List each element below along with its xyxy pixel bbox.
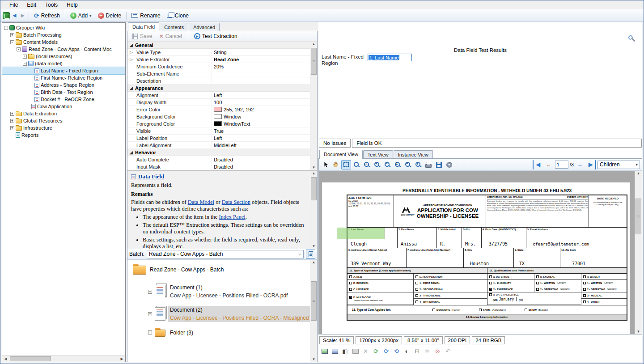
help-panel-scrollbar[interactable]: ▲ ▼ — [310, 171, 317, 249]
scroll-down-icon[interactable]: ▼ — [310, 165, 317, 169]
scroll-up-icon[interactable]: ▲ — [635, 171, 642, 175]
property-row-foreground-color[interactable]: Foreground ColorWindowText — [127, 120, 310, 127]
property-row-description[interactable]: Description — [127, 77, 310, 85]
invert-colors-icon[interactable]: ◐ — [402, 347, 411, 356]
tree-item-reports[interactable]: Reports — [2, 131, 125, 139]
batch-folder-3[interactable]: + Folder (3) — [127, 328, 310, 337]
property-row-minimum-confidence[interactable]: Minimum Confidence20% — [127, 63, 310, 70]
tab-data-field[interactable]: Data Field — [128, 22, 159, 31]
scroll-up-icon[interactable]: ▲ — [310, 171, 317, 175]
scrollbar-thumb[interactable]: ≡ — [311, 48, 317, 75]
delete-button[interactable]: −Delete — [95, 11, 124, 20]
refresh-button[interactable]: ⟳Refresh — [31, 11, 63, 20]
pan-hand-tool-icon[interactable] — [331, 160, 341, 169]
page-preview-tool-icon[interactable]: ▢ — [362, 160, 372, 169]
test-extraction-button[interactable]: ▶Test Extraction — [191, 32, 240, 41]
menu-edit[interactable]: Edit — [22, 1, 41, 9]
row-expander-icon[interactable]: ▷ — [130, 50, 133, 55]
category-behavior[interactable]: ◢Behavior — [127, 149, 310, 156]
rename-button[interactable]: Rename — [129, 11, 163, 20]
wrench-icon[interactable] — [628, 35, 636, 42]
tab-advanced[interactable]: Advanced — [189, 23, 220, 31]
zoom-region-tool-icon[interactable] — [352, 160, 361, 169]
tab-document-view[interactable]: Document View — [319, 150, 363, 159]
nav-forward-button[interactable]: ▶ — [19, 12, 26, 19]
batch-viewer-button[interactable] — [306, 250, 315, 259]
menu-help[interactable]: Help — [62, 1, 82, 9]
scope-selector-combo[interactable]: Children ▾ — [597, 161, 640, 169]
expander-icon[interactable]: - — [4, 26, 8, 30]
tab-contents[interactable]: Contents — [160, 23, 188, 31]
tree-item-docket-field[interactable]: Docket # - ReOCR Zone — [2, 96, 125, 103]
property-row-sub-element-name[interactable]: Sub-Element Name — [127, 70, 310, 77]
crop-image-icon[interactable]: ⊡ — [413, 347, 421, 356]
tree-item-content-models[interactable]: -Content Models — [2, 38, 125, 46]
image-cleanup-icon[interactable] — [320, 347, 329, 356]
tab-instance-view[interactable]: Instance View — [394, 150, 433, 159]
help-title-link[interactable]: Data Field — [138, 173, 164, 180]
tree-item-cow-application[interactable]: Cow Application — [2, 103, 125, 110]
expander-icon[interactable]: + — [10, 112, 14, 116]
grayscale-image-icon[interactable] — [351, 347, 360, 356]
line-removal-icon[interactable]: ≣ — [423, 347, 432, 356]
tree-item-infrastructure[interactable]: +Infrastructure — [2, 124, 125, 131]
property-row-display-width[interactable]: Display Width100 — [127, 99, 310, 106]
cancel-button[interactable]: ✕Cancel — [157, 32, 185, 41]
scrollbar-thumb[interactable]: ≡ — [636, 199, 641, 234]
zoom-fit-width-icon[interactable]: ↔ — [403, 160, 413, 169]
zoom-fit-page-icon[interactable]: ↕ — [413, 160, 423, 169]
row-expander-icon[interactable]: ▷ — [130, 57, 133, 62]
tree-item-batch-processing[interactable]: +Batch Processing — [2, 31, 125, 38]
image-processing-icon[interactable] — [330, 347, 339, 356]
batch-combo[interactable]: Read Zone - Cow Apps - Batch ▽ — [147, 250, 304, 258]
tree-horizontal-scrollbar[interactable]: ◀ ▶ — [2, 355, 125, 362]
batch-root-item[interactable]: Read Zone - Cow Apps - Batch — [127, 260, 310, 277]
tree-item-last-name-field[interactable]: Last Name - Fixed Region — [2, 67, 125, 74]
filter-icon[interactable]: ▽ — [298, 252, 301, 256]
recycle-page-icon[interactable]: ⟳ — [372, 347, 380, 356]
expander-icon[interactable]: + — [10, 126, 14, 130]
menu-tools[interactable]: Tools — [41, 1, 62, 9]
property-grid-scrollbar[interactable]: ▲ ≡ ▼ — [310, 42, 317, 170]
data-section-link[interactable]: Data Section — [222, 199, 250, 205]
previous-page-icon[interactable]: ← — [544, 160, 554, 169]
scroll-right-icon[interactable]: ▶ — [119, 357, 125, 361]
delete-page-icon[interactable]: ✕ — [361, 347, 370, 356]
document-canvas[interactable]: PERSONALLY IDENTIFIABLE INFORMATION - WI… — [319, 171, 642, 334]
scrollbar-thumb[interactable] — [311, 177, 317, 200]
expander-icon[interactable]: + — [148, 330, 152, 334]
viewer-settings-gear-icon[interactable] — [444, 160, 454, 169]
scroll-down-icon[interactable]: ▼ — [310, 357, 317, 361]
property-row-alignment[interactable]: AlignmentLeft — [127, 92, 310, 99]
reprocess-page-icon[interactable]: ⟳ — [382, 347, 390, 356]
property-row-auto-complete[interactable]: Auto CompleteDisabled — [127, 156, 310, 163]
expander-icon[interactable]: + — [148, 290, 152, 294]
property-row-value-type[interactable]: ▷Value TypeString — [127, 49, 310, 56]
binarize-icon[interactable]: ◧ — [341, 347, 349, 356]
scrollbar-thumb[interactable] — [10, 356, 51, 361]
property-row-error-color[interactable]: Error Color255, 192, 192 — [127, 106, 310, 113]
scroll-up-icon[interactable]: ▲ — [310, 42, 317, 46]
menu-file[interactable]: File — [5, 1, 22, 9]
export-image-icon[interactable] — [434, 160, 444, 169]
batch-tree-scrollbar[interactable]: ▲ ≡ ▼ — [310, 260, 317, 362]
pointer-tool-icon[interactable] — [321, 160, 330, 169]
redact-icon[interactable]: ⊘ — [433, 347, 442, 356]
expander-icon[interactable]: + — [10, 33, 14, 37]
zoom-in-icon[interactable]: + — [372, 160, 382, 169]
zoom-out-icon[interactable]: − — [382, 160, 392, 169]
tree-item-data-model[interactable]: -(data model) — [2, 60, 125, 67]
property-row-background-color[interactable]: Background ColorWindow — [127, 113, 310, 120]
zoom-actual-size-icon[interactable]: 1 — [393, 160, 402, 169]
scroll-down-icon[interactable]: ▼ — [310, 244, 317, 248]
undo-icon[interactable]: ↶ — [444, 347, 452, 356]
last-page-icon[interactable]: ▶ — [586, 160, 596, 169]
tree-item-content-model[interactable]: -Read Zone - Cow Apps - Content Moc — [2, 46, 125, 53]
batch-document-2[interactable]: + Document (2) Cow App - Licensee - Posi… — [127, 306, 310, 322]
tree-item-birth-date-field[interactable]: Birth Date - Text Region — [2, 89, 125, 96]
tree-item-data-extraction[interactable]: +Data Extraction — [2, 110, 125, 117]
expander-icon[interactable]: - — [10, 40, 14, 44]
scrollbar-thumb[interactable]: ≡ — [311, 281, 317, 321]
category-appearance[interactable]: ◢Appearance — [127, 85, 310, 92]
property-row-label-position[interactable]: Label PositionLeft — [127, 135, 310, 142]
